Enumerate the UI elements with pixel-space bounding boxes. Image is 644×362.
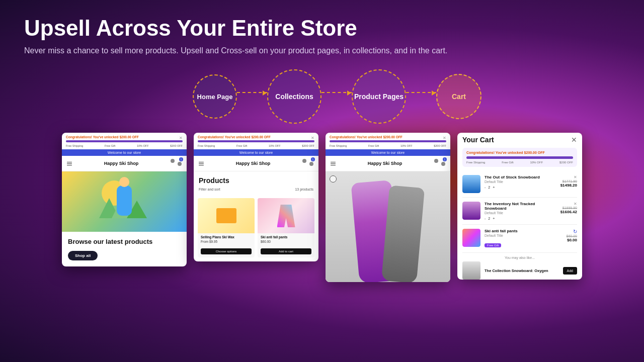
product-item-wax: Selling Plans Ski Wax From $9.95 Choose … — [198, 198, 255, 257]
qty-plus-2[interactable]: + — [493, 217, 495, 220]
product-nav-bar: Happy Ski Shop 1 — [326, 156, 450, 171]
product-wax-btn[interactable]: Choose options — [201, 248, 252, 254]
cart-item-2-image — [462, 202, 480, 220]
magnify-icon[interactable] — [330, 175, 337, 183]
cart-item-1: The Out of Stock Snowboard Default Title… — [462, 171, 577, 198]
free-gift-badge: Free Gift — [485, 243, 501, 247]
flow-node-cart: Cart — [436, 74, 481, 119]
product-store-name: Happy Ski Shop — [368, 161, 403, 166]
qty-minus-2[interactable]: - — [485, 217, 486, 220]
page-subtitle: Never miss a chance to sell more product… — [24, 46, 620, 55]
cart-header: Your Cart ✕ — [462, 136, 577, 144]
home-hero-image — [62, 171, 187, 232]
cart-item-1-new: $1498.20 — [560, 183, 577, 188]
cart-top-strip: Your Cart ✕ Congratulations! You've unlo… — [457, 133, 582, 167]
cart-item-3-image — [462, 229, 480, 247]
cart-close-item-2[interactable]: ✕ — [560, 202, 577, 206]
home-progress-labels: Free Shipping Free Gift 10% OFF $200 OFF — [66, 144, 183, 147]
home-store-name: Happy Ski Shop — [104, 161, 139, 166]
page-headline: Upsell Across Your Entire Store — [24, 16, 620, 40]
home-close-icon[interactable]: ✕ — [179, 136, 183, 140]
cart-item-1-qty: - 2 + — [485, 186, 556, 189]
filter-sort-label[interactable]: Filter and sort — [199, 188, 220, 191]
qty-minus-1[interactable]: - — [485, 186, 486, 189]
cart-progress-bar — [466, 156, 573, 159]
product-close-icon[interactable]: ✕ — [443, 136, 446, 140]
collections-close-icon[interactable]: ✕ — [311, 136, 314, 140]
product-progress-labels: Free Shipping Free Gift 10% OFF $200 OFF — [330, 144, 446, 147]
shop-all-button[interactable]: Shop all — [68, 251, 98, 260]
flow-arrow-3 — [406, 92, 436, 93]
collections-progress-strip: Congratulations! You've unlocked $200.00… — [194, 133, 318, 149]
product-hamburger-icon[interactable] — [331, 162, 336, 166]
product-pants-image — [258, 198, 314, 233]
product-wax-info: Selling Plans Ski Wax From $9.95 Choose … — [198, 233, 255, 257]
collections-cart-badge: 1 — [311, 157, 315, 161]
collections-progress-labels: Free Shipping Free Gift 10% OFF $200 OFF — [198, 144, 314, 147]
collections-search-icon[interactable] — [302, 159, 306, 163]
hamburger-icon[interactable] — [67, 162, 72, 166]
product-pants-info: Ski anti fall pants $60.00 Add to cart — [258, 233, 314, 257]
collections-header: Products Filter and sort 13 products — [194, 171, 318, 198]
pants-mini-img — [462, 229, 480, 247]
qty-plus-1[interactable]: + — [493, 186, 495, 189]
collections-welcome-bar: Welcome to our store — [194, 149, 318, 156]
collections-congrats: Congratulations! You've unlocked $200.00… — [198, 135, 271, 139]
pants-shape — [277, 205, 295, 227]
product-count: 13 products — [295, 188, 313, 191]
cart-item-1-variant: Default Title — [485, 180, 556, 184]
products-title: Products — [199, 176, 313, 185]
product-pants-btn[interactable]: Add to cart — [261, 248, 311, 254]
flow-node-home: Home Page — [193, 74, 237, 119]
cart-item-1-prices: ✕ $1771.90 $1498.20 — [560, 175, 577, 188]
snowboard-mini-purple — [462, 202, 480, 220]
product-progress-strip: Congratulations! You've unlocked $200.00… — [326, 133, 450, 149]
cart-progress-strip: Congratulations! You've unlocked $200.00… — [462, 148, 577, 167]
cart-item-3-original: $60.00 — [567, 234, 577, 238]
cart-congrats: Congratulations! You've unlocked $200.00… — [466, 151, 573, 154]
collections-store-name: Happy Ski Shop — [236, 161, 271, 166]
screens-row: Congratulations! You've unlocked $200.00… — [24, 133, 620, 282]
collections-cart-icon-wrapper: 1 — [309, 159, 313, 168]
product-item-pants: Ski anti fall pants $60.00 Add to cart — [258, 198, 314, 257]
search-icon[interactable] — [171, 159, 175, 163]
home-congrats: Congratulations! You've unlocked $200.00… — [66, 135, 139, 139]
cart-close-icon[interactable]: ✕ — [571, 136, 577, 144]
product-grid: Selling Plans Ski Wax From $9.95 Choose … — [194, 198, 318, 261]
cart-refresh-item-3[interactable]: ↻ — [567, 229, 577, 234]
home-screen: Congratulations! You've unlocked $200.00… — [62, 133, 187, 266]
cart-item-1-name: The Out of Stock Snowboard — [485, 175, 556, 179]
cart-icon[interactable] — [178, 162, 182, 166]
product-wax-name: Selling Plans Ski Wax — [201, 235, 252, 239]
suggestion-add-button[interactable]: Add — [563, 267, 577, 275]
cart-title: Your Cart — [462, 136, 494, 144]
suggestion-image — [462, 261, 480, 280]
flow-node-product: Product Pages — [352, 69, 406, 124]
collections-hamburger-icon[interactable] — [199, 162, 204, 166]
cart-item-3-variant: Default Title — [485, 234, 562, 237]
product-cart-icon[interactable] — [441, 162, 445, 166]
svg-point-5 — [119, 177, 129, 187]
product-congrats: Congratulations! You've unlocked $200.00… — [330, 135, 403, 139]
wax-block-shape — [216, 208, 236, 223]
cart-item-3-name: Ski anti fall pants — [485, 229, 562, 233]
svg-rect-4 — [117, 186, 132, 216]
cart-badge: 1 — [179, 157, 183, 161]
product-progress-bar — [330, 140, 446, 142]
home-nav-bar: Happy Ski Shop 1 — [62, 156, 187, 171]
product-wax-price: From $9.95 — [201, 240, 252, 243]
cart-item-3: Ski anti fall pants Default Title Free G… — [462, 225, 577, 253]
collections-cart-icon[interactable] — [309, 162, 313, 166]
suggestion-name: The Collection Snowboard: Oxygen — [485, 268, 559, 273]
qty-control-1: - 2 + — [485, 186, 495, 189]
product-search-icon[interactable] — [434, 159, 438, 163]
cart-item-2-details: The Inventory Not Tracked Snowboard Defa… — [485, 202, 556, 220]
collections-progress-bar — [198, 140, 314, 142]
cart-item-2-name: The Inventory Not Tracked Snowboard — [485, 202, 556, 211]
cart-item-2-qty: - 2 + — [485, 217, 556, 220]
cart-close-item-1[interactable]: ✕ — [560, 175, 577, 179]
product-wax-image — [198, 198, 255, 233]
collections-nav-bar: Happy Ski Shop 1 — [194, 156, 318, 171]
product-pants-price: $60.00 — [261, 240, 311, 243]
flow-node-collections: Collections — [267, 69, 321, 124]
